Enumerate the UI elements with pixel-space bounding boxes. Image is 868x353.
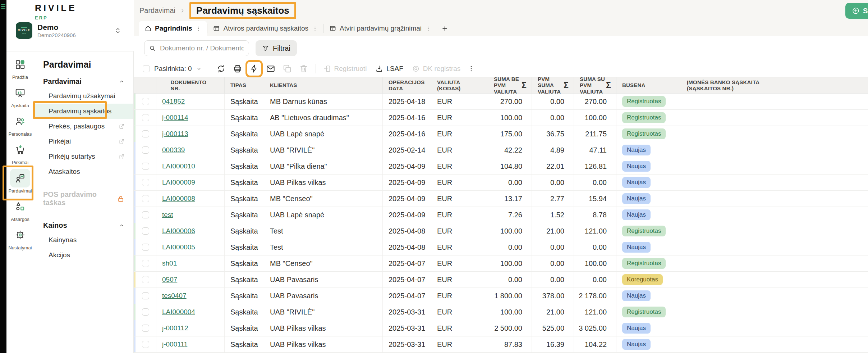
sidebar-group-pardavimai[interactable]: Pardavimai (34, 74, 133, 89)
row-checkbox[interactable] (142, 308, 149, 316)
breadcrumb-parent[interactable]: Pardavimai (139, 6, 175, 15)
sidebar-group-kainos[interactable]: Kainos (34, 218, 133, 232)
dk-registras-button: DK registras (412, 65, 461, 73)
status-badge: Naujas (622, 161, 651, 172)
rail-item-apskaita[interactable]: Apskaita (6, 83, 34, 112)
sidebar-item-kainynas[interactable]: Kainynas (34, 232, 133, 248)
row-checkbox[interactable] (142, 341, 149, 348)
filter-button[interactable]: Filtrai (256, 40, 297, 56)
chevron-down-icon[interactable] (196, 66, 202, 72)
document-link[interactable]: LAI000008 (162, 195, 195, 203)
status-badge: Naujas (622, 193, 651, 204)
sidebar-item-akcijos[interactable]: Akcijos (34, 248, 133, 263)
row-checkbox[interactable] (142, 292, 149, 299)
sigma-sum-icon[interactable]: Σ (606, 81, 612, 90)
row-checkbox[interactable] (142, 130, 149, 137)
vat-sum-cell: 378.00 (532, 288, 574, 304)
select-all-control[interactable]: Pasirinkta: 0 (143, 65, 202, 73)
document-link[interactable]: j-000112 (162, 324, 188, 332)
select-all-checkbox[interactable] (143, 65, 150, 72)
document-number-cell: LAI000006 (156, 223, 225, 239)
document-link[interactable]: sh01 (162, 259, 177, 267)
document-link[interactable]: j-000111 (162, 340, 188, 348)
rail-item-pardavimai[interactable]: Pardavimai (6, 169, 34, 197)
toolbar-divider (316, 64, 316, 73)
document-link[interactable]: test (162, 211, 173, 219)
document-link[interactable]: LAI000004 (162, 308, 195, 316)
sidebar-item-pirkėjų-sutartys[interactable]: Pirkėjų sutartys (34, 149, 133, 164)
document-link[interactable]: 0507 (162, 276, 177, 284)
email-button[interactable] (266, 64, 275, 73)
print-button[interactable] (233, 64, 242, 73)
column-header-tipas: TIPAS (225, 77, 264, 93)
document-link[interactable]: 000339 (162, 146, 185, 154)
row-checkbox[interactable] (142, 276, 149, 283)
type-cell: Sąskaita (225, 288, 264, 304)
row-checkbox[interactable] (142, 227, 149, 235)
row-checkbox[interactable] (142, 211, 149, 218)
document-link[interactable]: j-000114 (162, 114, 188, 122)
sidebar-item-prekės-paslaugos[interactable]: Prekės, paslaugos (34, 119, 133, 134)
refresh-button[interactable] (216, 64, 226, 73)
rail-item-pradžia[interactable]: Pradžia (6, 55, 34, 83)
sigma-sum-icon[interactable]: Σ (564, 81, 570, 90)
rail-item-personalas[interactable]: Personalas (6, 112, 34, 140)
bank-account-cell (681, 94, 823, 109)
account-switcher[interactable]: RIVILEERP Demo Demo20240906 (16, 22, 121, 39)
row-checkbox[interactable] (142, 98, 149, 105)
row-select-cell (134, 223, 156, 239)
document-link[interactable]: LAI000010 (162, 162, 195, 170)
hamburger-menu-icon[interactable] (1, 4, 5, 10)
operation-date-cell: 2025-04-07 (383, 272, 431, 288)
row-status-stripe (134, 255, 136, 271)
sidebar-item-pirkėjai[interactable]: Pirkėjai (34, 134, 133, 149)
sidebar-item-pardavimų-sąskaitos[interactable]: Pardavimų sąskaitos (34, 104, 133, 119)
search-input[interactable] (159, 44, 244, 53)
row-checkbox[interactable] (142, 146, 149, 154)
row-checkbox[interactable] (142, 244, 149, 251)
updown-chevron-icon[interactable] (114, 27, 121, 34)
currency-cell: EUR (431, 239, 488, 255)
sigma-sum-icon[interactable]: Σ (522, 81, 528, 90)
rail-tile (10, 83, 30, 102)
document-link[interactable]: 041852 (162, 98, 185, 105)
row-checkbox[interactable] (142, 179, 149, 186)
row-checkbox[interactable] (142, 260, 149, 267)
rail-item-atsargos[interactable]: Atsargos (6, 197, 34, 226)
document-link[interactable]: LAI000006 (162, 227, 195, 235)
register-label: Registruoti (334, 65, 367, 73)
tab-2[interactable]: Atviros pardavimų sąskaitos (207, 21, 323, 36)
document-link[interactable]: LAI000009 (162, 178, 195, 186)
sidebar-group-label: Pardavimai (43, 77, 82, 86)
vat-sum-cell: 21.00 (532, 304, 574, 320)
document-number-cell: j-000111 (156, 336, 225, 352)
status-badge: Registruotas (622, 112, 666, 123)
row-select-cell (134, 288, 156, 304)
rail-item-pirkimai[interactable]: Pirkimai (6, 140, 34, 169)
isaf-button[interactable]: i.SAF (375, 65, 403, 73)
table-row: LAI000006SąskaitaTest2025-04-08EUR100.00… (134, 223, 868, 239)
document-link[interactable]: LAI000005 (162, 243, 195, 251)
create-button[interactable]: Sukurti (845, 3, 868, 19)
sidebar-item-ataskaitos[interactable]: Ataskaitos (34, 164, 133, 179)
tab-label: Atviros pardavimų sąskaitos (223, 24, 308, 32)
document-link[interactable]: j-000113 (162, 130, 188, 138)
kebab-menu-icon[interactable] (468, 64, 475, 73)
row-checkbox[interactable] (142, 195, 149, 202)
row-checkbox[interactable] (142, 114, 149, 121)
sum-excl-vat-cell: 0.00 (488, 239, 532, 255)
currency-cell: EUR (431, 191, 488, 207)
sum-excl-vat-cell: 175.00 (488, 126, 532, 142)
sidebar-group-label: Kainos (43, 221, 67, 230)
document-link[interactable]: tes0407 (162, 292, 187, 300)
tab-3[interactable]: Atviri pardavimų grąžinimai (323, 21, 437, 36)
row-status-stripe (134, 175, 136, 190)
table-row: testSąskaitaUAB Lapė snapė2025-04-09EUR7… (134, 207, 868, 223)
tab-1[interactable]: Pagrindinis (139, 21, 207, 36)
quick-actions-button[interactable] (249, 64, 259, 73)
sidebar-item-pardavimų-užsakymai[interactable]: Pardavimų užsakymai (34, 89, 133, 104)
new-tab-button[interactable] (437, 21, 453, 36)
row-checkbox[interactable] (142, 325, 149, 332)
row-checkbox[interactable] (142, 163, 149, 170)
rail-item-nustatymai[interactable]: Nustatymai (6, 226, 34, 254)
